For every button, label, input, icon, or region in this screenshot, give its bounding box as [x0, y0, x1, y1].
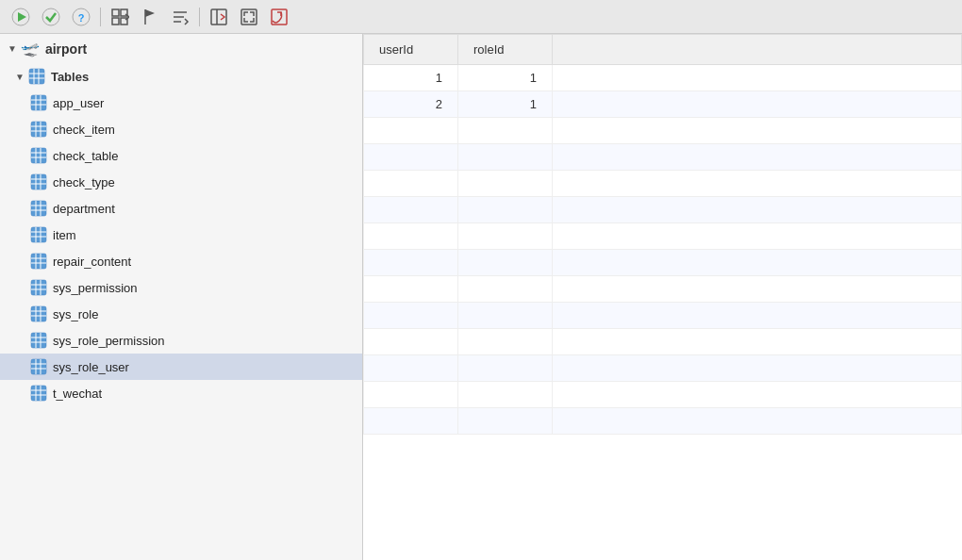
flag-button[interactable]	[137, 4, 163, 30]
sort-button[interactable]	[167, 4, 193, 30]
empty-cell	[458, 144, 553, 171]
empty-row	[364, 223, 962, 250]
svg-rect-65	[31, 306, 46, 321]
empty-cell	[553, 118, 962, 144]
empty-cell	[364, 276, 458, 303]
empty-cell	[364, 223, 458, 250]
col-header-roleid[interactable]: roleId	[458, 35, 553, 65]
empty-cell	[553, 197, 962, 223]
check-button[interactable]	[38, 4, 64, 30]
empty-cell	[458, 355, 553, 382]
grid-button[interactable]	[107, 4, 133, 30]
col-header-empty	[553, 35, 962, 65]
empty-cell	[553, 223, 962, 250]
refresh-button[interactable]	[266, 4, 292, 30]
table-row[interactable]: 21	[364, 91, 962, 118]
table-icon-repair_content	[30, 253, 47, 270]
svg-rect-40	[31, 174, 46, 189]
empty-cell	[458, 276, 553, 303]
empty-cell	[458, 223, 553, 250]
table-wrapper[interactable]: userId roleId 1121	[363, 34, 962, 560]
empty-cell	[364, 382, 458, 408]
svg-rect-25	[31, 95, 46, 110]
table-row[interactable]: 11	[364, 65, 962, 91]
sidebar-item-check_item[interactable]: check_item	[0, 116, 362, 142]
cell-roleid-1: 1	[458, 91, 553, 118]
sidebar-item-label-sys_role: sys_role	[53, 307, 98, 321]
empty-cell	[364, 303, 458, 329]
sidebar-item-sys_role[interactable]: sys_role	[0, 301, 362, 327]
db-arrow: ▼	[8, 43, 17, 54]
sidebar-item-sys_permission[interactable]: sys_permission	[0, 274, 362, 301]
table-icon-sys_role	[30, 305, 47, 322]
cell-empty-0	[553, 65, 962, 91]
sidebar-item-sys_role_permission[interactable]: sys_role_permission	[0, 327, 362, 354]
run-button[interactable]	[8, 4, 34, 30]
table-icon-item	[30, 226, 47, 243]
table-icon-department	[30, 200, 47, 217]
empty-cell	[364, 250, 458, 276]
empty-cell	[553, 303, 962, 329]
svg-rect-75	[31, 359, 46, 374]
svg-rect-50	[31, 227, 46, 242]
sidebar-item-app_user[interactable]: app_user	[0, 90, 362, 116]
empty-cell	[458, 382, 553, 408]
expand-button[interactable]	[236, 4, 262, 30]
sidebar-item-t_wechat[interactable]: t_wechat	[0, 380, 362, 406]
empty-cell	[364, 171, 458, 197]
sidebar-item-department[interactable]: department	[0, 195, 362, 222]
sidebar-item-label-repair_content: repair_content	[53, 255, 131, 269]
tables-arrow: ▼	[15, 72, 25, 82]
separator-1	[100, 8, 101, 26]
db-name: airport	[45, 41, 87, 57]
empty-row	[364, 303, 962, 329]
svg-rect-35	[31, 148, 46, 163]
empty-cell	[458, 171, 553, 197]
tables-section-header[interactable]: ▼ Tables	[0, 63, 362, 90]
empty-cell	[458, 250, 553, 276]
sidebar-item-label-check_item: check_item	[53, 123, 115, 137]
content-area: userId roleId 1121	[363, 34, 962, 560]
separator-2	[199, 8, 200, 26]
svg-rect-30	[31, 122, 46, 137]
sidebar-item-sys_role_user[interactable]: sys_role_user	[0, 354, 362, 380]
sidebar-item-item[interactable]: item	[0, 222, 362, 248]
sidebar-item-check_type[interactable]: check_type	[0, 169, 362, 195]
sidebar-item-label-app_user: app_user	[53, 96, 104, 110]
empty-row	[364, 382, 962, 408]
table-icon-sys_role_permission	[30, 332, 47, 349]
empty-cell	[458, 197, 553, 223]
layout-button[interactable]	[206, 4, 232, 30]
sidebar-item-label-department: department	[53, 202, 115, 216]
empty-row	[364, 276, 962, 303]
tables-icon	[28, 68, 45, 85]
svg-rect-60	[31, 280, 46, 295]
table-icon-check_table	[30, 147, 47, 164]
empty-cell	[364, 144, 458, 171]
cell-roleid-0: 1	[458, 65, 553, 91]
empty-row	[364, 197, 962, 223]
sidebar-items-list: app_user check_item check_table	[0, 90, 362, 406]
table-icon-app_user	[30, 94, 47, 111]
sidebar-item-check_table[interactable]: check_table	[0, 142, 362, 169]
db-header[interactable]: ▼ 🛫 airport	[0, 34, 362, 63]
tables-label: Tables	[51, 70, 89, 84]
empty-cell	[364, 197, 458, 223]
svg-rect-55	[31, 254, 46, 269]
sidebar-item-repair_content[interactable]: repair_content	[0, 248, 362, 274]
empty-row	[364, 171, 962, 197]
toolbar: ?	[0, 0, 962, 34]
svg-rect-80	[31, 386, 46, 401]
cell-userid-1: 2	[364, 91, 458, 118]
empty-cell	[458, 118, 553, 144]
svg-point-2	[42, 8, 59, 25]
empty-cell	[458, 408, 553, 435]
help-button[interactable]: ?	[68, 4, 94, 30]
empty-cell	[553, 329, 962, 355]
empty-row	[364, 118, 962, 144]
svg-rect-45	[31, 201, 46, 216]
svg-rect-5	[112, 9, 119, 16]
col-header-userid[interactable]: userId	[364, 35, 458, 65]
empty-cell	[553, 382, 962, 408]
empty-cell	[553, 144, 962, 171]
